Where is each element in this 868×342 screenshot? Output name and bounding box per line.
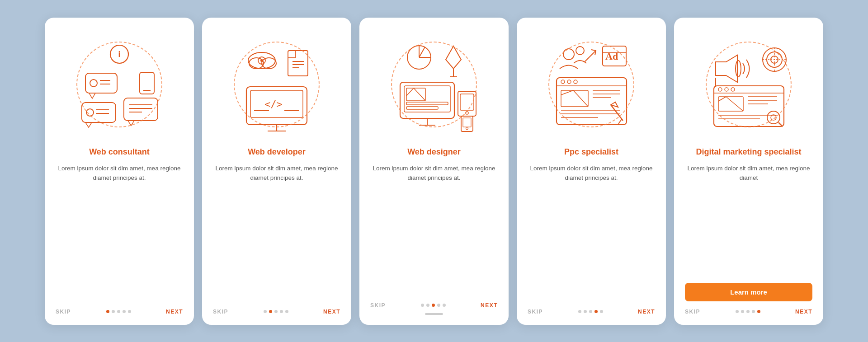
dashed-circle	[234, 42, 320, 127]
card-web-consultant: i	[45, 18, 194, 325]
card-footer: SKIP NEXT	[528, 309, 655, 315]
dot-5	[443, 304, 446, 307]
next-button[interactable]: NEXT	[795, 309, 812, 315]
skip-button[interactable]: SKIP	[213, 309, 228, 315]
dot-1	[421, 304, 424, 307]
card-body: Lorem ipsum dolor sit dim amet, mea regi…	[213, 164, 340, 299]
dashed-circle	[548, 42, 634, 127]
dots-indicator	[736, 310, 760, 313]
dot-2	[741, 310, 744, 313]
illustration-web-consultant: i	[65, 30, 174, 139]
next-button[interactable]: NEXT	[323, 309, 340, 315]
dot-4	[280, 310, 283, 313]
card-body: Lorem ipsum dolor sit dim amet, mea regi…	[56, 164, 183, 299]
dot-2	[584, 310, 587, 313]
next-button[interactable]: NEXT	[166, 309, 183, 315]
dot-1	[264, 310, 267, 313]
next-button[interactable]: NEXT	[481, 302, 498, 309]
dots-indicator	[421, 304, 446, 307]
card-ppc-specialist: Ad	[517, 18, 666, 325]
dot-2	[269, 310, 272, 313]
scrollbar-indicator	[425, 313, 443, 315]
card-body: Lorem ipsum dolor sit dim amet, mea regi…	[370, 164, 498, 292]
card-web-designer: Web designer Lorem ipsum dolor sit dim a…	[359, 18, 509, 325]
dot-4	[437, 304, 440, 307]
dot-3	[432, 304, 435, 307]
skip-button[interactable]: SKIP	[685, 309, 700, 315]
dot-5	[600, 310, 603, 313]
dot-5	[757, 310, 760, 313]
dot-5	[285, 310, 288, 313]
next-button[interactable]: NEXT	[638, 309, 655, 315]
dot-3	[274, 310, 278, 313]
cards-container: i	[31, 9, 837, 334]
card-body: Lorem ipsum dolor sit dim amet, mea regi…	[528, 164, 655, 299]
dots-indicator	[106, 310, 131, 313]
card-footer: SKIP NEXT	[56, 309, 183, 315]
skip-button[interactable]: SKIP	[370, 302, 386, 309]
card-body: Lorem ipsum dolor sit dim amet, mea regi…	[685, 164, 812, 273]
dot-1	[736, 310, 739, 313]
dot-5	[128, 310, 131, 313]
dot-2	[112, 310, 115, 313]
svg-marker-13	[85, 122, 92, 127]
card-digital-marketing: Digital marketing specialist Lorem ipsum…	[674, 18, 823, 325]
dots-indicator	[578, 310, 603, 313]
card-title: Web designer	[407, 147, 461, 157]
svg-line-78	[618, 119, 622, 124]
card-title: Web consultant	[89, 147, 150, 157]
learn-more-button[interactable]: Learn more	[685, 283, 812, 301]
card-footer: SKIP NEXT	[370, 302, 498, 309]
svg-point-55	[466, 127, 468, 129]
dot-3	[117, 310, 120, 313]
card-title: Digital marketing specialist	[696, 147, 801, 157]
skip-button[interactable]: SKIP	[528, 309, 543, 315]
dot-4	[752, 310, 755, 313]
dot-2	[426, 304, 429, 307]
dot-1	[578, 310, 581, 313]
dashed-circle	[76, 42, 162, 127]
illustration-web-designer	[380, 30, 488, 139]
card-title: Ppc specialist	[564, 147, 618, 157]
dot-4	[594, 310, 598, 313]
dashed-circle	[706, 42, 792, 127]
dot-4	[123, 310, 126, 313]
card-web-developer: </> Web developer Lorem ipsum dolor sit …	[202, 18, 351, 325]
illustration-ppc-specialist: Ad	[537, 30, 646, 139]
illustration-digital-marketing	[694, 30, 803, 139]
dot-3	[746, 310, 750, 313]
skip-button[interactable]: SKIP	[56, 309, 71, 315]
dot-1	[106, 310, 109, 313]
card-footer: SKIP NEXT	[213, 309, 340, 315]
dots-indicator	[264, 310, 288, 313]
card-footer: SKIP NEXT	[685, 309, 812, 315]
dot-3	[589, 310, 592, 313]
card-title: Web developer	[248, 147, 306, 157]
svg-rect-54	[463, 118, 471, 127]
dashed-circle	[391, 42, 477, 127]
illustration-web-developer: </>	[222, 30, 331, 139]
svg-line-101	[778, 122, 783, 126]
